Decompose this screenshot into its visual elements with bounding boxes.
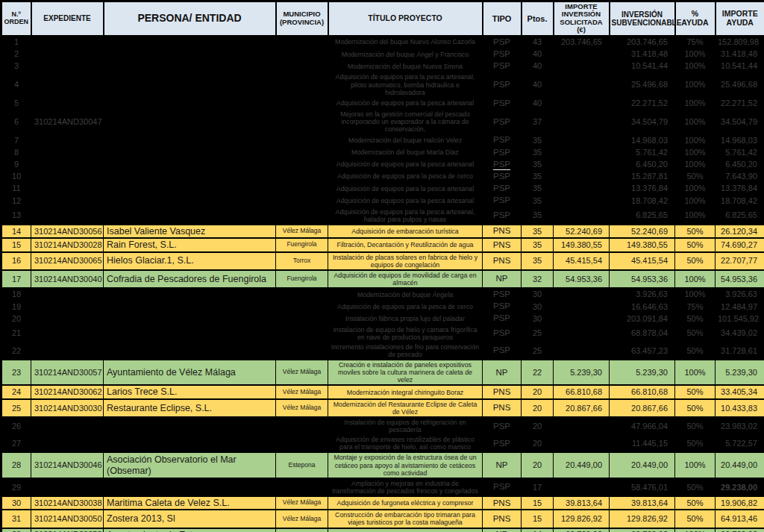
cell-expediente: 310214AND30065 [31,252,104,270]
cell-pct: 100% [675,183,716,195]
cell-expediente [31,36,104,48]
cell-titulo: Instalación de equipos de refrigeración … [328,417,483,435]
cell-expediente: 310214AND30047 [31,109,104,134]
cell-subvencionable: 10.541,44 [610,60,675,72]
cell-expediente: 310214AND30028 [31,238,104,251]
cell-municipio [276,478,328,496]
cell-orden: 27 [1,435,31,453]
cell-pct: 100% [675,48,716,60]
cell-solicitada [554,72,610,97]
cell-ptos: 35 [522,207,554,225]
cell-titulo: Adquisición de embarcación turística [328,225,483,238]
cell-municipio: Torrox [276,252,328,270]
cell-municipio [276,48,328,60]
cell-ayuda: 20.449,00 [716,452,764,478]
cell-orden: 22 [1,342,31,360]
cell-subvencionable: 66.810,68 [610,385,675,398]
cell-subvencionable: 54.953,36 [610,270,675,288]
cell-municipio [276,301,328,313]
cell-expediente [31,417,104,435]
cell-ptos: 20 [522,417,554,435]
cell-persona [104,417,276,435]
table-row: 5Adquisición de equipos para la pesca ar… [1,97,764,109]
cell-ayuda: 22.707,77 [716,252,764,270]
cell-ayuda: 5.239,30 [716,360,764,385]
cell-subvencionable: 45.415,54 [610,252,675,270]
cell-orden: 1 [1,36,31,48]
cell-pct: 100% [675,270,716,288]
table-row: 3Modernización del buque Nueva SirenaPSP… [1,60,764,72]
cell-municipio [276,195,328,207]
cell-titulo: Modernización del buque Halcón Velez [328,134,483,146]
cell-expediente [31,435,104,453]
cell-orden: 6 [1,109,31,134]
cell-persona [104,60,276,72]
cell-orden: 5 [1,97,31,109]
cell-tipo: NP [483,360,522,385]
cell-titulo: Adquisición de equipos para la pesca art… [328,97,483,109]
cell-persona [104,72,276,97]
cell-expediente [31,158,104,170]
cell-solicitada [554,109,610,134]
cell-expediente [31,342,104,360]
cell-tipo: PSP [483,36,522,48]
cell-pct: 50% [675,417,716,435]
table-row: 14310214AND30056Isabel Valiente VasquezV… [1,225,764,238]
cell-solicitada [554,207,610,225]
cell-persona: Cofradia de Pescadores de Fuengirola [104,270,276,288]
cell-ayuda: 6.825,65 [716,207,764,225]
cell-pct: 50% [675,385,716,398]
table-row: 25310214AND30030Restaurante Eclipse, S.L… [1,399,764,417]
cell-titulo: Modernización del buque María Díaz [328,146,483,158]
table-row: 10Adquisición de equipos para la pesca d… [1,170,764,182]
cell-titulo: Adquisición de equipos para la pesca art… [328,72,483,97]
cell-titulo: Modernización del buque Ángela [328,288,483,301]
cell-municipio: Estepona [276,528,328,532]
cell-ptos: 15 [522,496,554,510]
cell-expediente [31,207,104,225]
table-row: 32310214AND30058Ayuntamiento de Estepona… [1,528,764,532]
cell-expediente: 310214AND30046 [31,452,104,478]
cell-tipo: PSP [483,417,522,435]
cell-solicitada [554,288,610,301]
cell-orden: 9 [1,158,31,170]
cell-tipo: PNS [483,385,522,398]
cell-subvencionable: 25.496,68 [610,72,675,97]
cell-municipio: Vélez Málaga [276,399,328,417]
cell-subvencionable: 20.867,66 [610,399,675,417]
cell-tipo: PSP [483,195,522,207]
cell-persona [104,478,276,496]
cell-solicitada [554,435,610,453]
cell-titulo: Adquisición de equipos de movilidad de c… [328,270,483,288]
cell-expediente: 310214AND30058 [31,528,104,532]
cell-pct: 75% [675,36,716,48]
cell-titulo: Adquisición de equipos para la pesca de … [328,301,483,313]
cell-persona [104,170,276,182]
cell-ptos: 25 [522,325,554,342]
cell-persona [104,207,276,225]
cell-titulo: Construcción de embarcación tipo trimara… [328,510,483,528]
cell-expediente [31,195,104,207]
cell-municipio: Vélez Málaga [276,496,328,510]
cell-subvencionable: 69.709,92 [610,528,675,532]
cell-ptos: 35 [522,158,554,170]
cell-municipio [276,435,328,453]
cell-subvencionable: 15.287,81 [610,170,675,182]
cell-ayuda: 34.504,79 [716,109,764,134]
table-row: 18Modernización del buque ÁngelaPSP303.9… [1,288,764,301]
header-titulo-proyecto: TÍTULO PROYECTO [328,1,483,36]
cell-persona: Asociación Observatorio el Mar (Obsemar) [104,452,276,478]
cell-ayuda: 26.120,34 [716,225,764,238]
cell-subvencionable: 6.825,65 [610,207,675,225]
cell-expediente [31,313,104,325]
header-row: N.º ORDEN EXPEDIENTE PERSONA/ ENTIDAD MU… [1,1,764,36]
cell-tipo: PSP [483,72,522,97]
cell-pct: 100% [675,60,716,72]
cell-pct: 50% [675,225,716,238]
cell-ptos: 17 [522,478,554,496]
cell-ptos: 32 [522,270,554,288]
cell-persona [104,158,276,170]
cell-solicitada [554,97,610,109]
cell-tipo: PSP [483,435,522,453]
cell-municipio [276,72,328,97]
